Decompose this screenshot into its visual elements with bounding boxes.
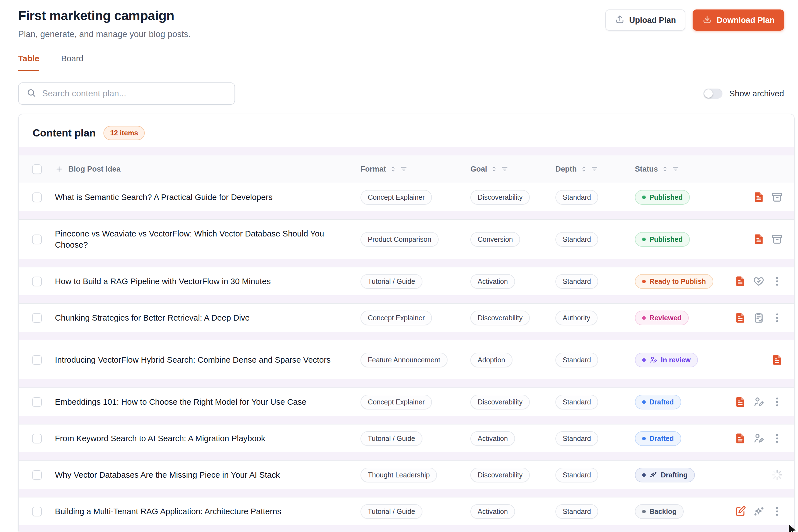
goal-badge[interactable]: Discoverability bbox=[470, 395, 530, 410]
row-title[interactable]: Pinecone vs Weaviate vs VectorFlow: Whic… bbox=[55, 228, 361, 250]
show-archived-toggle[interactable] bbox=[704, 89, 722, 99]
format-badge[interactable]: Tutorial / Guide bbox=[361, 504, 422, 519]
row-checkbox[interactable] bbox=[32, 434, 42, 443]
row-title[interactable]: What is Semantic Search? A Practical Gui… bbox=[55, 192, 361, 203]
depth-badge[interactable]: Standard bbox=[556, 431, 598, 446]
format-badge[interactable]: Product Comparison bbox=[361, 232, 439, 247]
download-icon bbox=[702, 14, 712, 26]
archive-archive-icon[interactable] bbox=[771, 233, 783, 245]
filter-icon[interactable] bbox=[672, 166, 679, 173]
select-all-checkbox[interactable] bbox=[32, 164, 42, 174]
tab-board[interactable]: Board bbox=[61, 54, 84, 71]
goal-badge[interactable]: Discoverability bbox=[470, 190, 530, 205]
depth-badge[interactable]: Standard bbox=[556, 395, 598, 410]
upload-plan-button[interactable]: Upload Plan bbox=[605, 10, 686, 31]
row-checkbox[interactable] bbox=[32, 313, 42, 323]
row-title[interactable]: From Keyword Search to AI Search: A Migr… bbox=[55, 433, 361, 444]
row-title[interactable]: Introducing VectorFlow Hybrid Search: Co… bbox=[55, 354, 361, 365]
filter-icon[interactable] bbox=[501, 166, 508, 173]
sort-icon[interactable] bbox=[580, 166, 587, 173]
goal-badge[interactable]: Activation bbox=[470, 274, 515, 289]
depth-badge[interactable]: Standard bbox=[556, 353, 598, 367]
goal-cell: Activation bbox=[470, 504, 556, 519]
row-menu-dots-menu-icon[interactable] bbox=[771, 433, 783, 444]
row-checkbox[interactable] bbox=[32, 470, 42, 480]
depth-badge[interactable]: Standard bbox=[556, 504, 598, 519]
open-document-file-text-icon[interactable] bbox=[734, 433, 746, 444]
review-checklist-clipboard-check-icon[interactable] bbox=[753, 312, 764, 324]
row-menu-dots-menu-icon[interactable] bbox=[771, 312, 783, 324]
user-edit-icon bbox=[649, 356, 657, 364]
open-document-file-text-icon[interactable] bbox=[753, 233, 764, 245]
depth-badge[interactable]: Standard bbox=[556, 468, 598, 482]
row-checkbox[interactable] bbox=[32, 192, 42, 202]
goal-badge[interactable]: Activation bbox=[470, 504, 515, 519]
open-document-file-text-icon[interactable] bbox=[734, 276, 746, 287]
download-plan-button[interactable]: Download Plan bbox=[693, 10, 784, 31]
sort-icon[interactable] bbox=[389, 166, 397, 173]
depth-badge[interactable]: Standard bbox=[556, 190, 598, 205]
goal-cell: Activation bbox=[470, 431, 556, 446]
status-dot-icon bbox=[642, 400, 646, 404]
status-badge[interactable]: Published bbox=[635, 232, 690, 247]
format-badge[interactable]: Concept Explainer bbox=[361, 190, 432, 205]
format-badge[interactable]: Concept Explainer bbox=[361, 310, 432, 325]
row-checkbox[interactable] bbox=[32, 234, 42, 244]
add-row-icon[interactable] bbox=[55, 165, 63, 173]
table-row-group: What is Semantic Search? A Practical Gui… bbox=[19, 183, 794, 220]
assign-reviewer-user-edit-icon[interactable] bbox=[753, 396, 764, 408]
filter-icon[interactable] bbox=[591, 166, 598, 173]
status-badge[interactable]: Backlog bbox=[635, 504, 684, 519]
row-checkbox[interactable] bbox=[32, 507, 42, 516]
goal-badge[interactable]: Adoption bbox=[470, 353, 512, 367]
format-badge[interactable]: Tutorial / Guide bbox=[361, 274, 422, 289]
row-checkbox[interactable] bbox=[32, 397, 42, 407]
open-document-file-text-icon[interactable] bbox=[734, 396, 746, 408]
status-badge[interactable]: In review bbox=[635, 353, 698, 367]
row-menu-dots-menu-icon[interactable] bbox=[771, 396, 783, 408]
goal-badge[interactable]: Conversion bbox=[470, 232, 520, 247]
depth-badge[interactable]: Authority bbox=[556, 310, 598, 325]
row-checkbox[interactable] bbox=[32, 355, 42, 365]
approve-heart-check-icon[interactable] bbox=[753, 276, 764, 287]
depth-badge[interactable]: Standard bbox=[556, 274, 598, 289]
row-checkbox[interactable] bbox=[32, 277, 42, 286]
status-badge[interactable]: Ready to Publish bbox=[635, 274, 713, 289]
format-badge[interactable]: Concept Explainer bbox=[361, 395, 432, 410]
status-badge[interactable]: Reviewed bbox=[635, 310, 689, 325]
row-title[interactable]: Embeddings 101: How to Choose the Right … bbox=[55, 396, 361, 407]
status-badge[interactable]: Drafting bbox=[635, 468, 695, 482]
row-title[interactable]: Building a Multi-Tenant RAG Application:… bbox=[55, 506, 361, 517]
sort-icon[interactable] bbox=[661, 166, 669, 173]
status-badge[interactable]: Drafted bbox=[635, 395, 681, 410]
open-document-file-text-icon[interactable] bbox=[734, 312, 746, 324]
row-menu-dots-menu-icon[interactable] bbox=[771, 276, 783, 287]
archive-archive-icon[interactable] bbox=[771, 191, 783, 203]
format-badge[interactable]: Thought Leadership bbox=[361, 468, 437, 482]
goal-badge[interactable]: Activation bbox=[470, 431, 515, 446]
goal-badge[interactable]: Discoverability bbox=[470, 468, 530, 482]
open-document-file-text-icon[interactable] bbox=[771, 354, 783, 366]
row-title[interactable]: How to Build a RAG Pipeline with VectorF… bbox=[55, 276, 361, 287]
status-badge[interactable]: Drafted bbox=[635, 431, 681, 446]
depth-badge[interactable]: Standard bbox=[556, 232, 598, 247]
open-document-file-text-icon[interactable] bbox=[753, 191, 764, 203]
column-label-status: Status bbox=[635, 165, 658, 173]
goal-cell: Discoverability bbox=[470, 468, 556, 482]
edit-idea-edit-icon[interactable] bbox=[734, 506, 746, 517]
goal-badge[interactable]: Discoverability bbox=[470, 310, 530, 325]
format-badge[interactable]: Tutorial / Guide bbox=[361, 431, 422, 446]
tab-table[interactable]: Table bbox=[18, 54, 39, 71]
assign-reviewer-user-edit-icon[interactable] bbox=[753, 433, 764, 444]
status-label: Published bbox=[649, 193, 683, 202]
status-label: Drafted bbox=[649, 398, 674, 406]
status-badge[interactable]: Published bbox=[635, 190, 690, 205]
format-badge[interactable]: Feature Announcement bbox=[361, 353, 448, 367]
sort-icon[interactable] bbox=[490, 166, 498, 173]
generate-draft-sparkles-icon[interactable] bbox=[753, 506, 764, 517]
search-input[interactable] bbox=[42, 89, 227, 99]
row-menu-dots-menu-icon[interactable] bbox=[771, 506, 783, 517]
row-title[interactable]: Why Vector Databases Are the Missing Pie… bbox=[55, 469, 361, 480]
filter-icon[interactable] bbox=[400, 166, 407, 173]
row-title[interactable]: Chunking Strategies for Better Retrieval… bbox=[55, 312, 361, 323]
